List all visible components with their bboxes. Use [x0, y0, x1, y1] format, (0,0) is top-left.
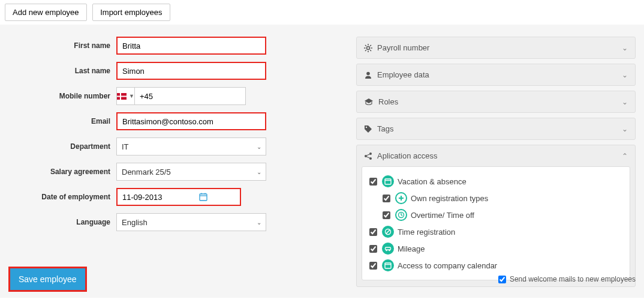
chevron-down-icon: ⌄: [257, 143, 261, 150]
plus-icon: [395, 192, 407, 204]
department-select[interactable]: IT ⌄: [116, 137, 266, 156]
welcome-mail-option[interactable]: Send welcome mails to new employees: [498, 275, 636, 283]
phone-input[interactable]: [134, 87, 246, 105]
user-icon: [364, 71, 372, 79]
stop-icon: [382, 226, 394, 238]
clock-icon: [395, 209, 407, 221]
svg-point-20: [366, 126, 367, 127]
last-name-label: Last name: [8, 67, 116, 75]
svg-line-18: [370, 45, 371, 46]
app-access-tree: Vacation & absenceOwn registration types…: [362, 166, 630, 280]
language-value: English: [122, 218, 148, 227]
import-employees-button[interactable]: Import employees: [92, 4, 170, 21]
email-label: Email: [8, 117, 116, 125]
mobile-label: Mobile number: [8, 92, 116, 100]
add-employee-button[interactable]: Add new employee: [5, 4, 87, 21]
save-employee-button[interactable]: Save employee: [8, 267, 87, 292]
svg-point-19: [366, 71, 370, 75]
access-checkbox[interactable]: [369, 228, 377, 236]
chevron-down-icon: ⌄: [622, 71, 628, 79]
calendar-icon[interactable]: [199, 193, 207, 201]
svg-line-17: [365, 50, 366, 51]
accordion-payroll[interactable]: Payroll number ⌄: [356, 37, 636, 59]
chevron-down-icon: ⌄: [257, 219, 261, 226]
phone-country-selector[interactable]: ▼: [116, 87, 134, 105]
access-label: Vacation & absence: [398, 177, 467, 186]
last-name-input[interactable]: [116, 62, 266, 80]
accordion-title: Payroll number: [377, 43, 622, 52]
accordion-title: Aplication access: [377, 151, 622, 160]
svg-rect-35: [386, 247, 391, 250]
chevron-up-icon: ⌃: [622, 152, 628, 160]
tag-icon: [364, 125, 372, 133]
svg-rect-2: [117, 95, 127, 97]
accordion-title: Tags: [377, 124, 622, 133]
caret-down-icon: ▼: [129, 93, 134, 99]
chevron-down-icon: ⌄: [257, 169, 261, 175]
access-label: Time registration: [398, 228, 455, 237]
accordion-column: Payroll number ⌄ Employee data ⌄ Roles ⌄…: [356, 37, 636, 292]
accordion-app-access: Aplication access ⌃ Vacation & absenceOw…: [356, 145, 636, 287]
svg-line-34: [386, 230, 390, 234]
access-label: Mileage: [398, 244, 425, 253]
language-select[interactable]: English ⌄: [116, 213, 266, 231]
form-column: First name Last name Mobile number ▼ Ema…: [8, 37, 266, 292]
flag-dk-icon: [117, 93, 127, 100]
access-item: Time registration: [369, 223, 622, 240]
svg-line-15: [365, 45, 366, 46]
access-item: Overtime/ Time off: [369, 207, 622, 223]
svg-rect-3: [200, 194, 207, 201]
svg-rect-26: [385, 179, 391, 184]
first-name-input[interactable]: [116, 37, 266, 55]
salary-select[interactable]: Denmark 25/5 ⌄: [116, 163, 266, 181]
first-name-label: First name: [8, 41, 116, 50]
access-checkbox[interactable]: [383, 211, 390, 219]
svg-point-37: [389, 250, 390, 251]
cal-icon: [382, 175, 394, 187]
accordion-title: Employee data: [377, 70, 622, 79]
date-employment-input[interactable]: [116, 188, 241, 206]
language-label: Language: [8, 218, 116, 226]
top-toolbar: Add new employee Import employees: [0, 0, 644, 25]
accordion-roles[interactable]: Roles ⌄: [356, 91, 636, 113]
accordion-title: Roles: [378, 97, 622, 106]
salary-value: Denmark 25/5: [122, 168, 171, 177]
accordion-app-access-header[interactable]: Aplication access ⌃: [357, 145, 635, 166]
access-checkbox[interactable]: [369, 178, 377, 186]
access-item: Own registration types: [369, 190, 622, 207]
svg-line-24: [367, 154, 370, 155]
chevron-down-icon: ⌄: [622, 98, 628, 106]
access-item: Vacation & absence: [369, 173, 622, 190]
footer-bar: Save employee Send welcome mails to new …: [8, 267, 636, 292]
graduation-icon: [364, 98, 374, 106]
share-icon: [364, 152, 372, 160]
department-value: IT: [122, 142, 129, 151]
salary-label: Salary agreement: [8, 168, 116, 176]
car-icon: [382, 243, 394, 255]
accordion-employee-data[interactable]: Employee data ⌄: [356, 64, 636, 86]
chevron-down-icon: ⌄: [622, 44, 628, 52]
access-label: Own registration types: [411, 194, 488, 203]
cog-icon: [364, 44, 372, 52]
svg-line-16: [370, 50, 371, 51]
access-item: Mileage: [369, 240, 622, 257]
welcome-mail-label: Send welcome mails to new employees: [510, 275, 636, 283]
accordion-tags[interactable]: Tags ⌄: [356, 118, 636, 140]
svg-point-10: [367, 46, 370, 49]
svg-point-36: [386, 250, 387, 251]
main-panel: First name Last name Mobile number ▼ Ema…: [0, 25, 644, 298]
access-checkbox[interactable]: [369, 245, 377, 253]
date-employment-label: Date of employment: [8, 193, 116, 201]
email-input[interactable]: [116, 112, 266, 130]
chevron-down-icon: ⌄: [622, 125, 628, 133]
svg-line-32: [401, 215, 402, 216]
department-label: Department: [8, 142, 116, 151]
access-label: Overtime/ Time off: [411, 211, 474, 220]
svg-line-25: [367, 157, 370, 158]
access-checkbox[interactable]: [383, 195, 390, 202]
welcome-mail-checkbox[interactable]: [498, 276, 506, 283]
